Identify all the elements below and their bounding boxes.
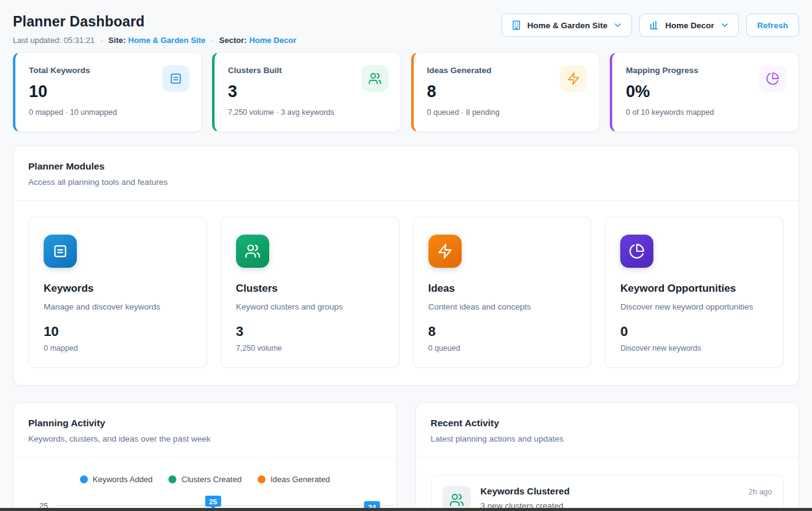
module-card-clusters[interactable]: Clusters Keyword clusters and groups 3 7… bbox=[221, 217, 400, 368]
module-subtext: 7,250 volume bbox=[236, 344, 384, 353]
planner-dashboard-page: Planner Dashboard Last updated: 05:31:21… bbox=[0, 0, 812, 511]
activity-item-timestamp: 2h ago bbox=[749, 488, 772, 496]
legend-label: Clusters Created bbox=[181, 475, 242, 484]
activity-area-chart: 252524 bbox=[28, 486, 397, 511]
module-card-keywords[interactable]: Keywords Manage and discover keywords 10… bbox=[28, 217, 207, 368]
header-left: Planner Dashboard Last updated: 05:31:21… bbox=[13, 9, 296, 45]
site-selector-dropdown[interactable]: Home & Garden Site bbox=[502, 14, 633, 37]
last-updated-text: Last updated: 05:31:21 bbox=[13, 36, 95, 45]
module-title: Keyword Opportunities bbox=[620, 283, 768, 295]
activity-item-title: Keywords Clustered bbox=[481, 486, 570, 496]
site-label: Site: bbox=[108, 36, 125, 45]
site-link[interactable]: Home & Garden Site bbox=[128, 36, 206, 45]
planning-activity-title: Planning Activity bbox=[28, 418, 382, 429]
stat-card-ideas-generated: Ideas Generated 8 0 queued · 8 pending bbox=[411, 52, 601, 132]
header-meta: Last updated: 05:31:21 · Site:Home & Gar… bbox=[13, 36, 296, 45]
document-icon bbox=[162, 65, 189, 92]
divider bbox=[14, 457, 396, 458]
planning-activity-panel: Planning Activity Keywords, clusters, an… bbox=[13, 402, 397, 511]
module-title: Keywords bbox=[44, 283, 192, 295]
activity-list-item: Keywords Clustered 2h ago 3 new clusters… bbox=[431, 475, 784, 511]
activity-item-body: Keywords Clustered 2h ago 3 new clusters… bbox=[481, 486, 773, 510]
legend-label: Ideas Generated bbox=[270, 475, 330, 484]
legend-item-keywords-added[interactable]: Keywords Added bbox=[80, 475, 153, 484]
page-title: Planner Dashboard bbox=[13, 14, 296, 30]
stat-subtext: 0 mapped · 10 unmapped bbox=[29, 108, 188, 117]
module-card-keyword-opportunities[interactable]: Keyword Opportunities Discover new keywo… bbox=[605, 217, 784, 368]
site-selector-value: Home & Garden Site bbox=[527, 21, 608, 30]
stats-row: Total Keywords 10 0 mapped · 10 unmapped… bbox=[13, 52, 799, 132]
module-value: 8 bbox=[428, 324, 577, 340]
site-meta: Site:Home & Garden Site bbox=[108, 36, 205, 45]
sector-selector-value: Home Decor bbox=[665, 21, 714, 30]
module-title: Clusters bbox=[236, 283, 384, 295]
module-card-ideas[interactable]: Ideas Content ideas and concepts 8 0 que… bbox=[413, 217, 592, 368]
planner-modules-panel: Planner Modules Access all planning tool… bbox=[13, 146, 799, 386]
bar-chart-icon bbox=[648, 20, 660, 31]
pie-chart-icon bbox=[759, 65, 786, 92]
module-subtext: Discover new keywords bbox=[620, 344, 768, 353]
building-icon bbox=[511, 20, 522, 31]
bolt-icon bbox=[428, 235, 462, 268]
module-value: 3 bbox=[236, 324, 384, 340]
module-description: Keyword clusters and groups bbox=[236, 302, 384, 311]
module-title: Ideas bbox=[428, 283, 577, 295]
stat-card-total-keywords: Total Keywords 10 0 mapped · 10 unmapped bbox=[13, 52, 202, 132]
module-value: 0 bbox=[620, 324, 768, 340]
recent-activity-panel: Recent Activity Latest planning actions … bbox=[416, 402, 800, 511]
planning-activity-header: Planning Activity Keywords, clusters, an… bbox=[14, 403, 396, 457]
document-icon bbox=[44, 235, 77, 268]
legend-dot bbox=[258, 475, 266, 483]
users-icon bbox=[361, 65, 388, 92]
stat-card-clusters-built: Clusters Built 3 7,250 volume · 3 avg ke… bbox=[212, 52, 401, 132]
chevron-down-icon bbox=[613, 20, 623, 30]
module-subtext: 0 mapped bbox=[44, 344, 192, 353]
modules-panel-header: Planner Modules Access all planning tool… bbox=[14, 146, 798, 200]
users-icon bbox=[236, 235, 269, 268]
stat-subtext: 0 of 10 keywords mapped bbox=[626, 108, 785, 117]
modules-panel-title: Planner Modules bbox=[28, 161, 784, 172]
module-description: Discover new keyword opportunities bbox=[620, 302, 768, 311]
refresh-button[interactable]: Refresh bbox=[746, 14, 799, 37]
module-description: Content ideas and concepts bbox=[428, 302, 577, 311]
chevron-down-icon bbox=[720, 20, 730, 30]
legend-dot bbox=[168, 475, 176, 483]
module-description: Manage and discover keywords bbox=[44, 302, 192, 311]
chart-legend: Keywords Added Clusters Created Ideas Ge… bbox=[14, 475, 396, 484]
meta-separator: · bbox=[100, 36, 103, 45]
window-bottom-edge bbox=[0, 508, 812, 511]
module-subtext: 0 queued bbox=[428, 344, 577, 353]
meta-separator: · bbox=[211, 36, 213, 45]
stat-card-mapping-progress: Mapping Progress 0% 0 of 10 keywords map… bbox=[610, 52, 799, 132]
sector-selector-dropdown[interactable]: Home Decor bbox=[639, 14, 739, 37]
pie-chart-icon bbox=[620, 235, 653, 268]
legend-item-ideas-generated[interactable]: Ideas Generated bbox=[258, 475, 330, 484]
legend-item-clusters-created[interactable]: Clusters Created bbox=[168, 475, 242, 484]
sector-label: Sector: bbox=[219, 36, 247, 45]
bottom-row: Planning Activity Keywords, clusters, an… bbox=[13, 402, 799, 511]
legend-label: Keywords Added bbox=[93, 475, 153, 484]
legend-dot bbox=[80, 475, 88, 483]
recent-activity-title: Recent Activity bbox=[431, 418, 784, 429]
divider bbox=[416, 457, 799, 458]
planning-activity-subtitle: Keywords, clusters, and ideas over the p… bbox=[28, 434, 382, 443]
users-icon bbox=[443, 486, 471, 511]
sector-meta: Sector:Home Decor bbox=[219, 36, 296, 45]
bolt-icon bbox=[560, 65, 587, 92]
recent-activity-header: Recent Activity Latest planning actions … bbox=[416, 403, 799, 457]
recent-activity-subtitle: Latest planning actions and updates bbox=[431, 434, 784, 443]
sector-link[interactable]: Home Decor bbox=[249, 36, 296, 45]
page-header: Planner Dashboard Last updated: 05:31:21… bbox=[13, 9, 799, 45]
stat-subtext: 0 queued · 8 pending bbox=[427, 108, 586, 117]
module-value: 10 bbox=[44, 324, 192, 340]
modules-panel-subtitle: Access all planning tools and features bbox=[28, 177, 784, 187]
header-controls: Home & Garden Site Home Decor Refresh bbox=[502, 14, 799, 37]
stat-subtext: 7,250 volume · 3 avg keywords bbox=[228, 108, 387, 117]
svg-text:25: 25 bbox=[209, 498, 217, 505]
modules-grid: Keywords Manage and discover keywords 10… bbox=[14, 201, 798, 385]
